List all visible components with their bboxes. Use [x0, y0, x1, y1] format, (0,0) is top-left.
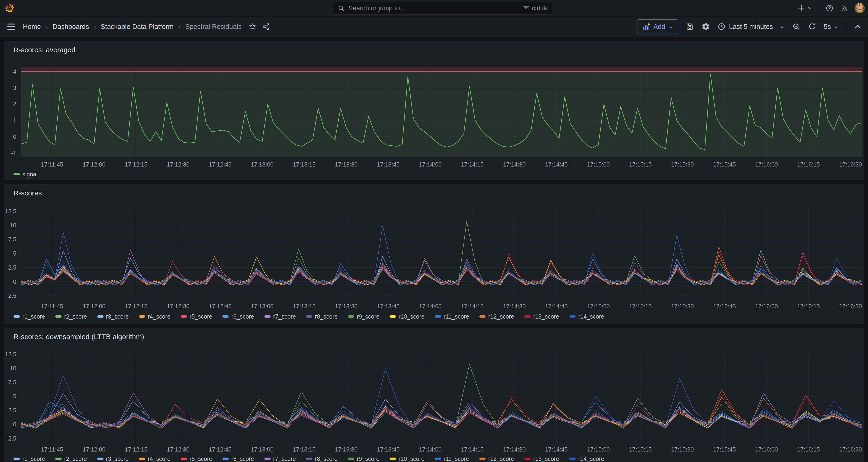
legend-swatch — [348, 458, 354, 460]
legend-item-r9_score[interactable]: r9_score — [348, 313, 379, 320]
search-icon — [338, 5, 345, 12]
x-tick-label: 17:15:45 — [713, 446, 736, 453]
legend-item-r1_score[interactable]: r1_score — [13, 456, 45, 462]
y-axis: 12.5107.552.50-2.5 — [4, 209, 19, 301]
legend-swatch — [435, 458, 441, 460]
chevron-down-icon — [668, 24, 673, 29]
legend-item-r13_score[interactable]: r13_score — [524, 313, 559, 320]
legend-item-r5_score[interactable]: r5_score — [181, 313, 212, 320]
y-tick-label: 5 — [4, 250, 16, 257]
legend-item-r9_score[interactable]: r9_score — [348, 456, 379, 462]
x-tick-label: 17:16:30 — [839, 446, 862, 453]
legend-item-r1_score[interactable]: r1_score — [13, 313, 45, 320]
legend-swatch — [139, 458, 145, 460]
legend-item-r4_score[interactable]: r4_score — [139, 313, 170, 320]
legend-item-r12_score[interactable]: r12_score — [479, 456, 514, 462]
legend-item-r10_score[interactable]: r10_score — [390, 456, 424, 462]
series-line-r12_score — [21, 247, 862, 285]
favorite-star-button[interactable] — [249, 23, 256, 31]
zoom-out-time-button[interactable] — [792, 22, 800, 31]
breadcrumb-separator: › — [94, 23, 96, 31]
breadcrumb-folder[interactable]: Stackable Data Platform — [101, 23, 174, 31]
add-button-label: Add — [653, 23, 665, 31]
legend-item-signal[interactable]: signal — [13, 171, 37, 178]
x-tick-label: 17:14:45 — [545, 446, 568, 453]
legend-swatch — [55, 458, 62, 460]
grafana-logo-icon[interactable] — [4, 3, 14, 13]
global-search-box[interactable]: ctrl+k — [333, 2, 552, 14]
x-tick-label: 17:16:15 — [797, 161, 820, 168]
x-tick-label: 17:12:30 — [167, 161, 189, 168]
search-input[interactable] — [348, 4, 519, 12]
legend-item-r14_score[interactable]: r14_score — [569, 456, 604, 462]
x-tick-label: 17:14:15 — [461, 446, 484, 453]
x-tick-label: 17:13:45 — [377, 161, 400, 168]
legend-item-r6_score[interactable]: r6_score — [222, 313, 254, 320]
x-tick-label: 17:14:00 — [419, 303, 441, 310]
user-avatar[interactable] — [855, 3, 865, 13]
refresh-interval-dropdown[interactable]: 5s — [824, 23, 838, 31]
legend-item-r7_score[interactable]: r7_score — [265, 313, 296, 320]
dashboard-toolbar: Home › Dashboards › Stackable Data Platf… — [0, 17, 868, 37]
legend-swatch — [222, 458, 229, 460]
legend: r1_scorer2_scorer3_scorer4_scorer5_score… — [13, 455, 859, 462]
legend-item-r5_score[interactable]: r5_score — [181, 456, 212, 462]
x-tick-label: 17:12:45 — [209, 303, 231, 310]
x-tick-label: 17:13:30 — [335, 446, 358, 453]
shortcut-text: ctrl+k — [532, 5, 547, 12]
legend-item-r13_score[interactable]: r13_score — [524, 456, 559, 462]
plus-icon — [797, 4, 805, 12]
new-menu-button[interactable] — [797, 4, 812, 12]
legend-item-r11_score[interactable]: r11_score — [435, 456, 469, 462]
chevron-down-icon — [833, 24, 838, 29]
legend-item-r3_score[interactable]: r3_score — [97, 456, 129, 462]
time-series-plot[interactable] — [21, 67, 862, 157]
x-tick-label: 17:14:30 — [503, 446, 526, 453]
x-tick-label: 17:16:15 — [797, 303, 820, 310]
breadcrumb-home[interactable]: Home — [23, 23, 41, 31]
x-tick-label: 17:13:15 — [293, 303, 315, 310]
time-range-picker[interactable]: Last 5 minutes — [717, 22, 785, 31]
legend-item-r2_score[interactable]: r2_score — [55, 456, 87, 462]
legend-item-r8_score[interactable]: r8_score — [306, 456, 338, 462]
legend: r1_scorer2_scorer3_scorer4_scorer5_score… — [13, 312, 859, 321]
dashboard-settings-gear-icon[interactable] — [702, 22, 710, 31]
legend-swatch — [524, 458, 531, 460]
breadcrumb-dashboards[interactable]: Dashboards — [53, 23, 89, 31]
legend-swatch — [479, 458, 486, 460]
legend-item-r10_score[interactable]: r10_score — [390, 313, 424, 320]
series-line-r10_score — [21, 257, 862, 285]
x-tick-label: 17:15:30 — [671, 446, 693, 453]
legend-item-r11_score[interactable]: r11_score — [435, 313, 469, 320]
legend-swatch — [569, 458, 576, 460]
kiosk-mode-chevron-up-button[interactable] — [854, 22, 862, 31]
legend-swatch — [55, 315, 62, 318]
time-series-plot[interactable] — [21, 209, 862, 301]
y-tick-label: 4 — [4, 68, 16, 75]
legend-item-r8_score[interactable]: r8_score — [306, 313, 338, 320]
breadcrumb-current-dashboard[interactable]: Spectral Residuals — [185, 23, 242, 31]
y-tick-label: -1 — [4, 150, 16, 156]
series-line-r14_score — [21, 253, 862, 285]
y-tick-label: 10 — [4, 222, 16, 229]
y-axis: 43210-1 — [4, 67, 19, 157]
legend-item-r4_score[interactable]: r4_score — [139, 456, 170, 462]
legend-item-r14_score[interactable]: r14_score — [569, 313, 604, 320]
legend-item-r6_score[interactable]: r6_score — [222, 456, 254, 462]
refresh-button[interactable] — [808, 22, 816, 31]
x-tick-label: 17:15:00 — [587, 303, 610, 310]
news-rss-button[interactable] — [840, 4, 848, 12]
legend-item-r12_score[interactable]: r12_score — [479, 313, 514, 320]
share-button[interactable] — [262, 23, 270, 31]
toolbar-divider — [846, 22, 846, 31]
legend-item-r3_score[interactable]: r3_score — [97, 313, 129, 320]
legend-item-r2_score[interactable]: r2_score — [55, 313, 87, 320]
help-button[interactable] — [826, 4, 834, 12]
menu-hamburger-button[interactable] — [6, 22, 16, 32]
add-panel-button[interactable]: Add — [637, 19, 678, 34]
time-series-plot[interactable] — [21, 352, 862, 444]
legend-item-r7_score[interactable]: r7_score — [265, 456, 296, 462]
save-dashboard-button[interactable] — [686, 22, 694, 31]
topbar-divider — [819, 4, 819, 12]
chevron-down-icon — [779, 24, 784, 29]
